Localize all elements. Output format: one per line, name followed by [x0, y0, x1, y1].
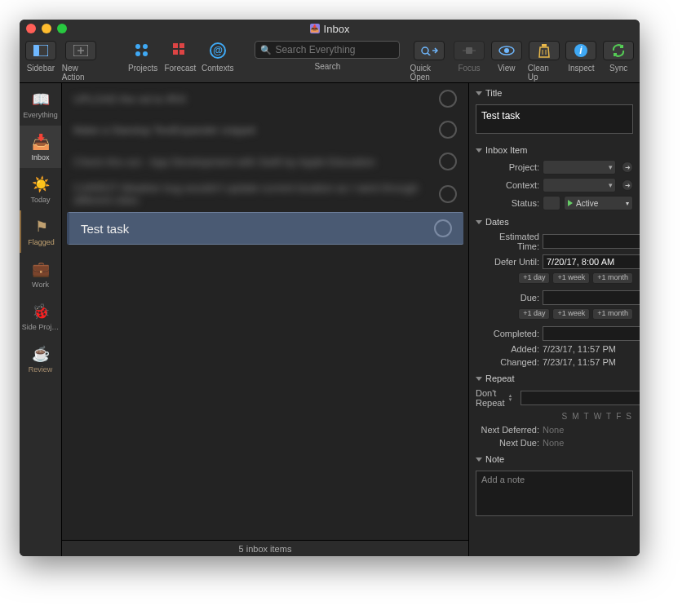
context-goto-button[interactable]: ➜: [622, 179, 633, 191]
task-row[interactable]: UPLOAD the vid to IRIX: [62, 83, 468, 114]
task-row[interactable]: Check this out - App Development with Sw…: [62, 145, 468, 178]
defer-plus-month-button[interactable]: +1 month: [592, 272, 633, 284]
due-label: Due:: [476, 293, 539, 303]
section-note[interactable]: Note: [469, 449, 640, 467]
inspect-button[interactable]: i Inspect: [565, 41, 597, 73]
sidebar-item-flagged[interactable]: ⚑Flagged: [20, 210, 61, 253]
perspectives-sidebar: 📖Everything 📥Inbox ☀️Today ⚑Flagged 💼Wor…: [20, 83, 62, 556]
task-checkbox[interactable]: [439, 90, 457, 108]
project-label: Project:: [476, 162, 539, 172]
view-button[interactable]: View: [490, 41, 523, 73]
svg-rect-12: [179, 50, 184, 55]
svg-rect-11: [173, 50, 178, 55]
search-field[interactable]: 🔍: [255, 41, 400, 59]
search-icon: 🔍: [260, 45, 272, 55]
disclosure-icon: [476, 458, 482, 462]
repeat-days: SMTWTFS: [469, 409, 640, 423]
task-list-pane: UPLOAD the vid to IRIX Make a Standup Te…: [62, 83, 468, 556]
svg-point-5: [135, 44, 140, 49]
sun-icon: ☀️: [32, 175, 50, 193]
focus-button[interactable]: Focus: [453, 41, 485, 73]
sync-button[interactable]: Sync: [602, 41, 635, 73]
app-window: 📥 Inbox Sidebar New Action Projects Fore…: [20, 20, 640, 556]
svg-point-15: [422, 47, 428, 54]
section-dates[interactable]: Dates: [469, 212, 640, 230]
sidebar-item-inbox[interactable]: 📥Inbox: [20, 126, 61, 168]
flag-icon: ⚑: [35, 218, 48, 236]
clean-up-button[interactable]: Clean Up: [528, 41, 560, 82]
sidebar-item-everything[interactable]: 📖Everything: [20, 83, 61, 126]
defer-plus-week-button[interactable]: +1 week: [552, 272, 590, 284]
task-checkbox[interactable]: [439, 121, 457, 139]
disclosure-icon: [476, 91, 482, 95]
status-label: Status:: [476, 198, 539, 208]
task-row-selected[interactable]: Test task: [67, 212, 463, 245]
sidebar-item-work[interactable]: 💼Work: [20, 253, 61, 295]
flag-toggle[interactable]: [543, 196, 560, 210]
inbox-icon: 📥: [310, 24, 320, 33]
new-action-button[interactable]: New Action: [62, 41, 100, 82]
sidebar-toggle-button[interactable]: Sidebar: [24, 41, 57, 73]
quick-open-button[interactable]: Quick Open: [410, 41, 448, 82]
sidebar-item-side-projects[interactable]: 🐞Side Proj…: [20, 295, 61, 338]
sidebar-item-today[interactable]: ☀️Today: [20, 168, 61, 210]
section-repeat[interactable]: Repeat: [469, 369, 640, 387]
due-plus-day-button[interactable]: +1 day: [518, 308, 550, 320]
book-icon: 📖: [32, 91, 50, 108]
search-input[interactable]: [275, 44, 397, 55]
due-field[interactable]: [543, 290, 640, 305]
svg-rect-10: [179, 43, 184, 48]
coffee-icon: ☕: [32, 345, 50, 363]
defer-plus-day-button[interactable]: +1 day: [518, 272, 550, 284]
sidebar-item-review[interactable]: ☕Review: [20, 338, 61, 380]
added-value: 7/23/17, 11:57 PM: [543, 344, 616, 354]
svg-point-6: [143, 44, 148, 49]
toolbar: Sidebar New Action Projects Forecast @ C…: [20, 38, 640, 83]
status-dropdown[interactable]: Active▾: [564, 196, 633, 210]
window-title-text: Inbox: [324, 23, 350, 35]
window-title: 📥 Inbox: [20, 23, 640, 35]
svg-rect-1: [33, 45, 39, 56]
task-checkbox[interactable]: [439, 152, 457, 170]
task-row[interactable]: Make a Standup TextExpander snippet: [62, 114, 468, 145]
play-icon: [568, 200, 573, 206]
due-plus-month-button[interactable]: +1 month: [592, 308, 633, 320]
project-dropdown[interactable]: ▾: [543, 160, 616, 175]
estimated-time-field[interactable]: [543, 234, 640, 249]
forecast-button[interactable]: Forecast: [164, 41, 197, 73]
due-plus-week-button[interactable]: +1 week: [552, 308, 590, 320]
inspector-pane: Title Test task Inbox Item Project:▾➜ Co…: [468, 83, 640, 556]
svg-point-8: [143, 51, 148, 56]
svg-point-22: [504, 48, 509, 53]
task-row[interactable]: CARROT Weather bug wouldn't update curre…: [62, 178, 468, 210]
context-dropdown[interactable]: ▾: [543, 178, 616, 192]
section-inbox-item[interactable]: Inbox Item: [469, 140, 640, 158]
note-field[interactable]: Add a note: [476, 471, 633, 516]
task-checkbox[interactable]: [439, 185, 457, 203]
bug-icon: 🐞: [32, 303, 50, 320]
svg-text:@: @: [213, 45, 223, 56]
disclosure-icon: [476, 220, 482, 224]
contexts-button[interactable]: @ Contexts: [202, 41, 234, 73]
defer-until-field[interactable]: [543, 254, 640, 269]
svg-rect-18: [466, 47, 472, 54]
svg-rect-23: [542, 44, 547, 46]
svg-rect-9: [173, 43, 178, 48]
defer-until-label: Defer Until:: [476, 257, 539, 267]
repeat-mode-popup[interactable]: Don't Repeat▲▼: [476, 388, 512, 408]
repeat-field[interactable]: [521, 391, 640, 405]
completed-field[interactable]: [543, 326, 640, 341]
changed-value: 7/23/17, 11:57 PM: [543, 357, 616, 367]
status-bar: 5 inbox items: [62, 540, 468, 556]
section-title[interactable]: Title: [469, 83, 640, 101]
title-field[interactable]: Test task: [476, 104, 633, 134]
next-due-value: None: [543, 438, 564, 448]
project-goto-button[interactable]: ➜: [622, 161, 633, 173]
search-group: 🔍 Search: [255, 41, 400, 71]
briefcase-icon: 💼: [32, 260, 50, 278]
titlebar: 📥 Inbox: [20, 20, 640, 38]
projects-button[interactable]: Projects: [126, 41, 159, 73]
changed-label: Changed:: [476, 357, 539, 367]
inbox-icon: 📥: [32, 133, 50, 151]
task-checkbox[interactable]: [434, 219, 452, 237]
